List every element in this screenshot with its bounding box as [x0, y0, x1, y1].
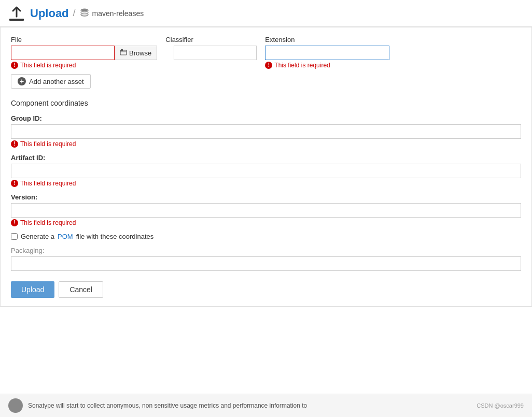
section-title: Component coordinates: [11, 99, 521, 107]
artifact-id-error-icon: !: [11, 180, 18, 187]
svg-rect-2: [120, 50, 127, 55]
database-icon: [80, 8, 89, 19]
asset-row: File Browse ! This field is requi: [11, 36, 521, 69]
add-asset-button[interactable]: + Add another asset: [11, 74, 91, 89]
classifier-label: Classifier: [165, 36, 257, 44]
pom-link[interactable]: POM: [58, 233, 73, 240]
plus-circle-icon: +: [18, 77, 26, 85]
artifact-id-label: Artifact ID:: [11, 154, 521, 162]
repo-name: maven-releases: [92, 9, 144, 18]
footer-text: Sonatype will start to collect anonymous…: [28, 402, 307, 409]
footer-avatar: [8, 398, 23, 413]
component-coordinates-section: Component coordinates Group ID: ! This f…: [11, 99, 521, 298]
upload-button[interactable]: Upload: [11, 281, 54, 298]
file-column: File Browse ! This field is requi: [11, 36, 157, 69]
extension-error-icon: !: [265, 62, 272, 69]
version-group: Version: ! This field is required: [11, 193, 521, 226]
packaging-input[interactable]: [11, 256, 521, 271]
artifact-id-error-text: This field is required: [20, 180, 76, 187]
extension-error-text: This field is required: [274, 62, 330, 69]
group-id-label: Group ID:: [11, 114, 521, 122]
browse-button[interactable]: Browse: [115, 46, 157, 60]
group-id-error-icon: !: [11, 140, 18, 148]
file-input-group: Browse: [11, 46, 157, 60]
group-id-group: Group ID: ! This field is required: [11, 114, 521, 148]
browse-label: Browse: [129, 49, 151, 57]
classifier-column: Classifier: [165, 36, 257, 60]
add-asset-label: Add another asset: [29, 78, 84, 85]
packaging-group: Packaging:: [11, 247, 521, 271]
classifier-input[interactable]: [174, 46, 257, 60]
breadcrumb-separator: /: [73, 8, 76, 19]
extension-column: Extension ! This field is required: [265, 36, 389, 69]
footer-watermark: CSDN @oscar999: [477, 402, 524, 409]
version-error-text: This field is required: [20, 219, 76, 226]
generate-pom-row: Generate a POM file with these coordinat…: [11, 233, 521, 240]
cancel-button[interactable]: Cancel: [59, 281, 103, 298]
main-content: File Browse ! This field is requi: [0, 27, 532, 307]
artifact-id-input[interactable]: [11, 164, 521, 178]
svg-rect-0: [9, 19, 24, 21]
group-id-error-text: This field is required: [20, 140, 76, 148]
version-error-msg: ! This field is required: [11, 219, 521, 226]
group-id-input[interactable]: [11, 124, 521, 139]
page-header: Upload / maven-releases: [0, 0, 532, 27]
file-input[interactable]: [11, 46, 115, 60]
generate-pom-text-before: Generate a: [21, 233, 54, 240]
svg-rect-3: [121, 49, 123, 51]
version-error-icon: !: [11, 219, 18, 226]
version-label: Version:: [11, 193, 521, 201]
artifact-id-error-msg: ! This field is required: [11, 180, 521, 187]
footer: Sonatype will start to collect anonymous…: [0, 394, 532, 417]
version-input[interactable]: [11, 203, 521, 218]
file-error-text: This field is required: [20, 62, 76, 69]
page-title: Upload: [30, 7, 69, 20]
file-error-icon: !: [11, 62, 18, 69]
file-error-msg: ! This field is required: [11, 62, 157, 69]
extension-label: Extension: [265, 36, 389, 44]
extension-error-msg: ! This field is required: [265, 62, 389, 69]
file-icon: [120, 49, 127, 57]
generate-pom-text-after: file with these coordinates: [76, 233, 154, 240]
action-buttons: Upload Cancel: [11, 281, 521, 298]
upload-icon: [8, 5, 25, 22]
packaging-label: Packaging:: [11, 247, 521, 254]
file-label: File: [11, 36, 157, 44]
group-id-error-msg: ! This field is required: [11, 140, 521, 148]
svg-point-1: [81, 9, 88, 11]
generate-pom-checkbox[interactable]: [11, 233, 18, 240]
artifact-id-group: Artifact ID: ! This field is required: [11, 154, 521, 187]
extension-input[interactable]: [265, 46, 389, 60]
repo-breadcrumb: maven-releases: [80, 8, 144, 19]
